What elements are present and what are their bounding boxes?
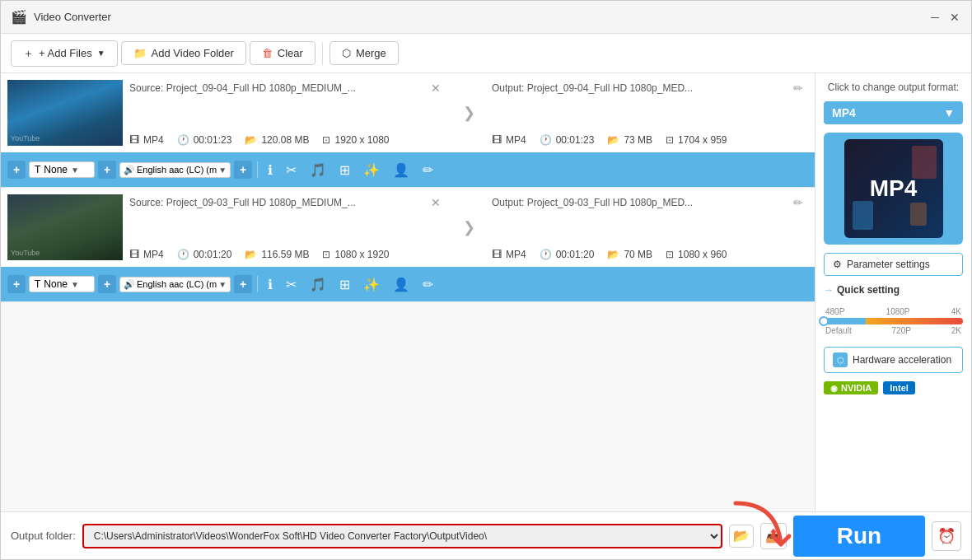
quality-labels-bottom: Default 720P 2K (824, 326, 963, 335)
output-format-icon-2: 🎞 (492, 249, 502, 260)
source-resolution: 1920 x 1080 (334, 134, 389, 146)
add-subtitle-button[interactable]: + (7, 161, 26, 179)
clear-button[interactable]: 🗑 Clear (250, 41, 315, 65)
hardware-acceleration-button[interactable]: ⬡ Hardware acceleration (824, 347, 963, 373)
audio-edit-button-2[interactable]: 🎵 (305, 273, 331, 296)
text-icon: T (35, 164, 40, 175)
audio-icon: 🔊 (124, 165, 135, 175)
settings-icon: ⚙ (833, 259, 842, 270)
audio-chevron-icon-2: ▼ (218, 280, 227, 289)
run-button[interactable]: Run (793, 516, 925, 557)
folder-icon: 📁 (133, 47, 147, 59)
quality-slider-container: 480P 1080P 4K Default 720P 2K (824, 304, 963, 338)
audio-edit-button[interactable]: 🎵 (305, 159, 331, 181)
cut-button-2[interactable]: ✂ (281, 273, 301, 296)
crop-button-2[interactable]: ⊞ (334, 273, 355, 296)
toolbar-sep-2 (257, 276, 258, 292)
minimize-button[interactable]: ─ (928, 11, 942, 24)
alarm-button[interactable]: ⏰ (932, 521, 961, 551)
quality-track[interactable] (824, 318, 963, 324)
format-dropdown[interactable]: MP4 ▼ (824, 101, 963, 124)
merge-button[interactable]: ⬡ Merge (329, 41, 399, 65)
output-path-2: Output: Project_09-03_Full HD 1080p_MED.… (492, 197, 693, 208)
label-default: Default (825, 326, 852, 335)
watermark-button[interactable]: 👤 (388, 159, 414, 181)
toolbar-sep (257, 161, 258, 178)
clock-icon-2: 🕐 (177, 249, 189, 260)
parameter-settings-button[interactable]: ⚙ Parameter settings (824, 253, 963, 276)
output-size: 73 MB (624, 134, 652, 146)
resolution-icon: ⊡ (322, 134, 330, 146)
add-audio-button[interactable]: + (98, 161, 116, 179)
output-resolution-2: 1080 x 960 (678, 249, 727, 260)
format-label: Click to change output format: (824, 82, 963, 93)
source-format-2: MP4 (143, 249, 164, 260)
add-video-folder-button[interactable]: 📁 Add Video Folder (121, 41, 246, 65)
subtitle-edit-button-2[interactable]: ✏ (418, 273, 438, 296)
output-duration-2: 00:01:20 (556, 249, 595, 260)
format-chevron-icon: ▼ (943, 106, 955, 119)
output-clock-icon: 🕐 (540, 134, 552, 146)
watermark-button-2[interactable]: 👤 (388, 273, 414, 296)
output-path-input[interactable]: C:\Users\Administrator\Videos\WonderFox … (82, 524, 722, 548)
item-toolbar-1: + T None ▼ + 🔊 English aac (LC) (m ▼ + ℹ (1, 152, 815, 187)
edit-output-button[interactable]: ✏ (788, 80, 808, 96)
intel-badge: Intel (883, 381, 915, 394)
audio-selector-2[interactable]: 🔊 English aac (LC) (m ▼ (119, 277, 231, 292)
source-duration-2: 00:01:20 (194, 249, 232, 260)
add-files-button[interactable]: ＋ + Add Files ▼ (11, 40, 118, 67)
cut-button[interactable]: ✂ (281, 159, 301, 181)
arrow-icon: → (824, 284, 834, 296)
clear-icon: 🗑 (262, 47, 273, 59)
close-button[interactable]: ✕ (948, 11, 961, 24)
format-value: MP4 (832, 106, 856, 119)
app-icon: 🎬 (11, 9, 27, 26)
folder-icon: 📂 (245, 134, 257, 146)
output-clock-icon-2: 🕐 (540, 249, 552, 260)
label-1080p: 1080P (886, 307, 910, 316)
effect-button[interactable]: ✨ (358, 159, 385, 181)
quality-labels-top: 480P 1080P 4K (824, 307, 963, 316)
output-resolution: 1704 x 959 (678, 134, 727, 146)
merge-icon: ⬡ (342, 47, 351, 59)
output-folder-icon-2: 📂 (607, 249, 619, 260)
label-480p: 480P (825, 307, 844, 316)
subtitle-selector-2[interactable]: T None ▼ (29, 276, 95, 292)
audio-selector[interactable]: 🔊 English aac (LC) (m ▼ (119, 162, 231, 178)
crop-button[interactable]: ⊞ (334, 159, 355, 181)
file-meta: 🎞 MP4 🕐 00:01:23 📂 120.08 MB (129, 134, 446, 146)
info-button[interactable]: ℹ (263, 159, 278, 181)
subtitle-selector[interactable]: T None ▼ (29, 161, 95, 178)
gpu-badges: ◉ NVIDIA Intel (824, 381, 963, 394)
quality-thumb[interactable] (819, 316, 829, 326)
dropdown-arrow-icon: ▼ (97, 49, 105, 58)
add-audio-button-2[interactable]: + (98, 275, 116, 293)
file-meta-2: 🎞 MP4 🕐 00:01:20 📂 116.59 MB (129, 249, 446, 260)
audio-icon-2: 🔊 (124, 279, 135, 290)
arrow-right-icon: ❯ (463, 104, 475, 122)
info-button-2[interactable]: ℹ (263, 273, 278, 296)
add-extra-button[interactable]: + (234, 161, 252, 179)
source-duration: 00:01:23 (194, 134, 232, 146)
right-panel: Click to change output format: MP4 ▼ (815, 73, 971, 511)
mp4-label: MP4 (870, 175, 918, 202)
file-close-button-2[interactable]: ✕ (426, 194, 446, 211)
edit-output-button-2[interactable]: ✏ (788, 194, 808, 211)
file-list: YouTube Source: Project_09-04_Full HD 10… (1, 73, 815, 511)
output-format-2: MP4 (506, 249, 526, 260)
window-controls: ─ ✕ (928, 11, 961, 24)
file-item: YouTube Source: Project_09-04_Full HD 10… (1, 73, 815, 188)
effect-button-2[interactable]: ✨ (358, 273, 385, 296)
convert-arrow-2: ❯ (452, 194, 485, 260)
file-close-button[interactable]: ✕ (426, 80, 446, 96)
main-content: YouTube Source: Project_09-04_Full HD 10… (1, 73, 971, 511)
file-thumbnail-2: YouTube (7, 194, 123, 260)
add-extra-button-2[interactable]: + (234, 275, 252, 293)
window-title: Video Converter (34, 11, 928, 23)
chevron-down-icon: ▼ (71, 166, 79, 175)
subtitle-edit-button[interactable]: ✏ (418, 159, 438, 181)
add-subtitle-button-2[interactable]: + (7, 275, 26, 293)
output-resolution-icon: ⊡ (666, 134, 674, 146)
format-preview: MP4 (824, 133, 963, 245)
convert-arrow: ❯ (452, 80, 485, 146)
